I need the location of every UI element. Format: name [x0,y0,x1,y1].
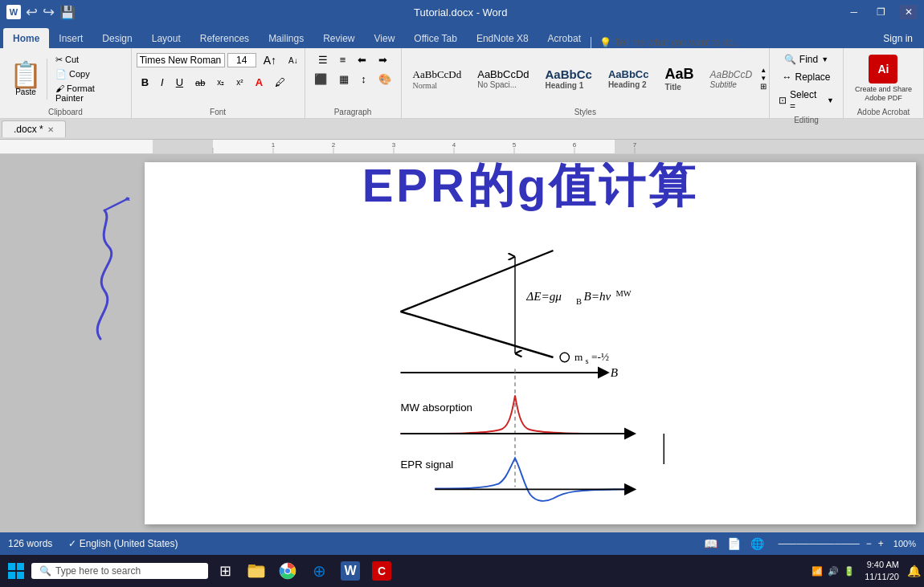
find-btn[interactable]: 🔍 Find ▼ [780,51,832,67]
font-size-input[interactable] [227,53,256,67]
style-nospacing-btn[interactable]: AaBbCcDd No Spaci... [471,65,535,92]
tab-view[interactable]: View [365,28,405,48]
zoom-level: ───────────── [779,539,860,548]
windows-icon [8,563,24,579]
paragraph-label: Paragraph [310,108,396,116]
speaker-icon[interactable]: 🔊 [828,566,839,577]
subscript-btn[interactable]: x₂ [212,75,229,89]
tab-officetab[interactable]: Office Tab [404,28,467,48]
list-unordered-btn[interactable]: ☰ [313,51,333,68]
notification-btn[interactable]: 🔔 [907,565,921,577]
align-left-btn[interactable]: ⬛ [309,71,332,88]
font-content: A↑ A↓ B I U ab x₂ x² A 🖊 [137,51,300,106]
doc-tab-close-btn[interactable]: ✕ [47,125,54,134]
paste-btn[interactable]: 📋 Paste [5,59,47,100]
copy-btn[interactable]: 📄 Copy [52,67,126,81]
svg-text:7: 7 [633,141,637,149]
zoom-out-btn[interactable]: − [866,538,872,549]
read-view-btn[interactable]: 📖 [702,536,719,552]
strikethrough-btn[interactable]: ab [190,75,210,90]
tab-insert[interactable]: Insert [49,28,92,48]
indent-increase-btn[interactable]: ➡ [374,51,392,68]
ribbon: 📋 Paste ✂ Cut 📄 Copy 🖌 Format Painter Cl… [0,48,924,119]
styles-scroll-up[interactable]: ▲ [760,67,767,75]
tab-home[interactable]: Home [3,28,49,48]
underline-btn[interactable]: U [171,74,188,91]
format-painter-btn[interactable]: 🖌 Format Painter [52,82,126,104]
epr-diagram: ΔE=gμ B B=hν MW m s =-½ B MW absorption [289,205,771,510]
task-view-btn[interactable]: ⊞ [211,556,239,585]
other-app-icon: C [372,561,391,581]
shading-btn[interactable]: 🎨 [374,71,396,88]
zoom-in-btn[interactable]: + [878,538,884,549]
indent-decrease-btn[interactable]: ⬅ [353,51,371,68]
tab-layout[interactable]: Layout [142,28,190,48]
find-dropdown-icon[interactable]: ▼ [821,55,828,63]
undo-icon[interactable]: ↩ [26,3,38,21]
superscript-btn[interactable]: x² [231,75,247,89]
search-placeholder: Type here to search [55,565,141,577]
save-icon[interactable]: 💾 [59,5,76,20]
file-explorer-btn[interactable] [242,556,271,585]
clipboard-label: Clipboard [5,108,126,116]
tell-me-bar[interactable]: 💡 Tell me what you want to do... [591,37,750,48]
style-normal-btn[interactable]: AaBbCcDd Normal [407,65,468,93]
align-center-btn[interactable]: ▦ [334,71,354,88]
style-heading1-btn[interactable]: AaBbCc Heading 1 [539,64,599,93]
tab-review[interactable]: Review [313,28,364,48]
bold-btn[interactable]: B [137,74,153,91]
doc-tab-main[interactable]: .docx * ✕ [2,120,66,137]
line-spacing-btn[interactable]: ↕ [356,71,371,88]
styles-content: AaBbCcDd Normal AaBbCcDd No Spaci... AaB… [407,51,764,106]
font-face-input[interactable] [137,53,225,67]
styles-scroll-down[interactable]: ▼ [760,75,767,83]
svg-text:B: B [611,365,618,379]
chrome-btn[interactable] [273,556,302,585]
adobe-label: Adobe Acrobat [848,108,918,116]
create-pdf-btn[interactable]: Ai Create and ShareAdobe PDF [855,55,912,103]
close-btn[interactable]: ✕ [900,5,918,19]
tab-acrobat[interactable]: Acrobat [538,28,591,48]
clipboard-group: 📋 Paste ✂ Cut 📄 Copy 🖌 Format Painter Cl… [0,48,132,118]
tab-design[interactable]: Design [92,28,141,48]
italic-btn[interactable]: I [156,74,169,91]
styles-expand-btn[interactable]: ⊞ [760,82,767,91]
print-layout-btn[interactable]: 📄 [726,536,742,552]
grow-font-btn[interactable]: A↑ [259,51,281,69]
tab-endnote[interactable]: EndNote X8 [467,28,538,48]
svg-text:2: 2 [332,141,336,149]
clock[interactable]: 9:40 AM 11/11/20 [865,559,904,584]
other-app-btn[interactable]: C [367,556,396,585]
restore-btn[interactable]: ❐ [872,5,890,19]
style-subtitle-btn[interactable]: AaBbCcD Subtitle [703,66,758,92]
list-ordered-btn[interactable]: ≡ [335,51,351,68]
doc-title: EPR的g值计算 [145,162,916,210]
network-icon[interactable]: 📶 [812,566,823,577]
select-icon: ⊡ [779,95,787,106]
cut-btn[interactable]: ✂ Cut [52,53,126,67]
start-btn[interactable] [3,558,29,584]
web-view-btn[interactable]: 🌐 [749,536,766,552]
sign-in-btn[interactable]: Sign in [872,28,924,48]
word-taskbar-btn[interactable]: W [336,556,365,585]
file-explorer-icon [247,562,265,580]
minimize-btn[interactable]: ─ [845,5,862,19]
svg-text:=-½: =-½ [591,351,609,363]
tab-references[interactable]: References [190,28,259,48]
replace-btn[interactable]: ↔ Replace [778,69,834,85]
styles-row: AaBbCcDd Normal AaBbCcDd No Spaci... AaB… [407,63,759,95]
left-decoration [0,154,145,532]
redo-icon[interactable]: ↪ [43,3,55,21]
select-btn[interactable]: ⊡ Select = ▼ [775,87,838,114]
taskbar: 🔍 Type here to search ⊞ ⊕ W C 📶 🔊 🔋 [0,555,924,587]
edge-btn[interactable]: ⊕ [305,556,333,585]
style-heading2-btn[interactable]: AaBbCc Heading 2 [602,65,656,92]
style-title-btn[interactable]: AaB Title [658,63,700,95]
svg-text:1: 1 [272,141,276,149]
shrink-font-btn[interactable]: A↓ [284,54,303,67]
tab-mailings[interactable]: Mailings [259,28,313,48]
select-dropdown-icon[interactable]: ▼ [827,96,834,104]
font-color-btn[interactable]: A [251,74,268,91]
highlight-btn[interactable]: 🖊 [270,74,290,91]
taskbar-search[interactable]: 🔍 Type here to search [31,563,208,579]
